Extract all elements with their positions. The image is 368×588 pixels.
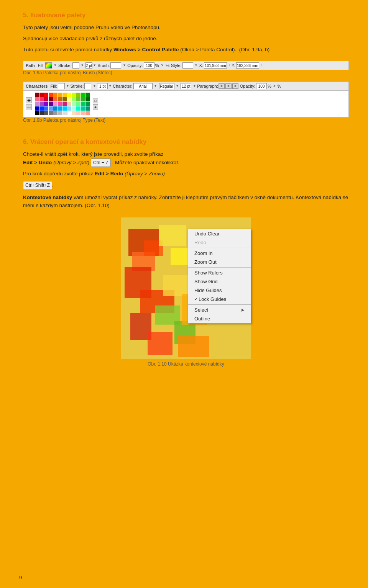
swatch[interactable] [81,106,85,111]
swatch[interactable] [49,111,53,115]
brush-select[interactable] [110,62,121,69]
cm-item-zoom-out[interactable]: Zoom Out [188,258,251,266]
swatch[interactable] [39,97,44,101]
align-right-btn[interactable]: ≡ [232,83,238,89]
char-font-arrow[interactable]: ▼ [154,84,157,88]
style-arrow[interactable]: ▼ [195,64,198,67]
cm-item-undo-clear[interactable]: Undo Clear [188,229,251,238]
swatch[interactable] [62,97,67,101]
style-select[interactable] [182,62,193,69]
char-style-arrow[interactable]: ▼ [176,84,179,88]
x-spin[interactable]: ↕ [228,64,230,67]
swatch[interactable] [81,102,85,106]
swatch[interactable] [76,93,80,97]
stroke-swatch[interactable] [72,62,79,69]
cm-item-show-grid[interactable]: Show Grid [188,277,251,286]
align-center-btn[interactable]: ≡ [225,83,232,89]
swatch[interactable] [67,111,71,115]
char-size-input[interactable]: 12 pt [181,83,191,89]
fill-arrow[interactable]: ▼ [54,64,57,67]
char-fill-arrow[interactable]: ▼ [66,84,69,88]
swatch[interactable] [44,102,48,106]
swatch[interactable] [62,102,67,106]
swatch[interactable] [49,102,53,106]
cm-item-outline[interactable]: Outline [188,314,251,323]
swatch[interactable] [62,111,67,115]
swatch[interactable] [49,93,53,97]
swatch[interactable] [44,97,48,101]
swatch[interactable] [85,93,90,97]
swatch[interactable] [39,102,44,106]
swatch[interactable] [72,102,76,106]
pt-arrow[interactable]: ▼ [93,64,96,67]
swatch[interactable] [72,97,76,101]
char-stroke-swatch[interactable] [84,83,91,89]
char-size-arrow[interactable]: ▼ [193,84,196,88]
brush-arrow[interactable]: ▼ [123,64,126,67]
char-style-select[interactable]: Regular [159,83,174,89]
swatch[interactable] [39,111,44,115]
mode-btn2[interactable]: ◈ [93,104,98,109]
swatch[interactable] [76,106,80,111]
swatch[interactable] [58,111,62,115]
swatch[interactable] [39,106,44,111]
swatch[interactable] [81,93,85,97]
char-opacity-input[interactable]: 100 [256,83,267,89]
swatch[interactable] [85,111,90,115]
y-input[interactable]: 182,386 mm [236,62,259,69]
swatch[interactable] [44,93,48,97]
cm-item-select[interactable]: Select ▶ [188,305,251,314]
x-input[interactable]: 101,953 mm [204,62,227,69]
swatch[interactable] [44,106,48,111]
swatch[interactable] [35,97,39,101]
swatch[interactable] [81,97,85,101]
cm-item-zoom-in[interactable]: Zoom In [188,249,251,258]
swatch[interactable] [62,93,67,97]
char-pt-input[interactable]: 1 pt [97,83,108,89]
cm-item-hide-guides[interactable]: Hide Guides [188,286,251,295]
cm-item-redo[interactable]: Redo [188,238,251,247]
swatch[interactable] [85,97,90,101]
swatch[interactable] [58,102,62,106]
cm-item-show-rulers[interactable]: Show Rulers [188,268,251,277]
swatch[interactable] [53,106,58,111]
swatch[interactable] [58,106,62,111]
swatch[interactable] [85,106,90,111]
palette-add-btn[interactable]: ✚ [26,97,32,103]
swatch[interactable] [39,93,44,97]
swatch[interactable] [72,93,76,97]
swatch[interactable] [49,97,53,101]
swatch[interactable] [72,106,76,111]
swatch[interactable] [49,106,53,111]
swatch[interactable] [62,106,67,111]
palette-remove-btn[interactable]: — [26,104,32,110]
swatch[interactable] [76,97,80,101]
char-fill-swatch[interactable] [58,83,65,89]
mode-btn1[interactable]: □ [93,98,98,103]
cm-item-lock-guides[interactable]: ✓ Lock Guides [188,295,251,304]
swatch[interactable] [81,111,85,115]
swatch[interactable] [67,106,71,111]
swatch[interactable] [58,93,62,97]
fill-swatch[interactable] [45,62,52,69]
swatch[interactable] [72,111,76,115]
stroke-arrow[interactable]: ▼ [81,64,84,67]
opacity-input[interactable]: 100 [144,62,154,69]
swatch[interactable] [44,111,48,115]
swatch[interactable] [53,93,58,97]
swatch[interactable] [53,97,58,101]
swatch[interactable] [67,97,71,101]
swatch[interactable] [53,102,58,106]
swatch[interactable] [67,93,71,97]
swatch[interactable] [85,102,90,106]
swatch[interactable] [35,102,39,106]
char-font-select[interactable]: Arial [133,83,153,89]
swatch[interactable] [67,102,71,106]
swatch[interactable] [35,111,39,115]
swatch[interactable] [53,111,58,115]
y-spin[interactable]: ↕ [261,64,262,67]
char-pt-arrow[interactable]: ▼ [108,84,112,88]
swatch[interactable] [58,97,62,101]
char-stroke-arrow[interactable]: ▼ [93,84,96,88]
align-left-btn[interactable]: ≡ [219,83,225,89]
